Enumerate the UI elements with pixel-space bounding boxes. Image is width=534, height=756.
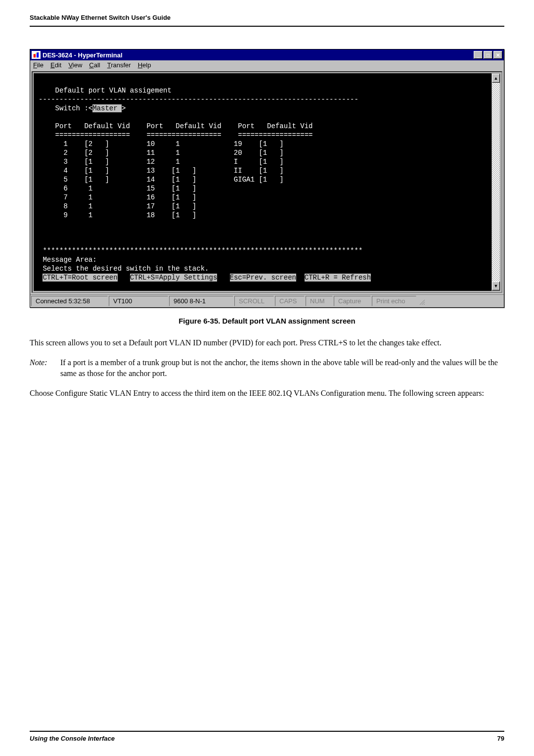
svg-rect-0: [34, 54, 36, 57]
status-print: Print echo: [372, 296, 416, 306]
minimize-button[interactable]: _: [474, 51, 483, 59]
note-text: If a port is a member of a trunk group b…: [60, 357, 504, 379]
status-connected: Connected 5:32:58: [31, 296, 108, 306]
status-capture: Capture: [334, 296, 371, 306]
page-number: 79: [497, 735, 504, 742]
paragraph-2: Choose Configure Static VLAN Entry to ac…: [30, 388, 504, 399]
menu-call[interactable]: Call: [89, 61, 100, 69]
window-title: DES-3624 - HyperTerminal: [43, 51, 474, 59]
status-emulation: VT100: [109, 296, 168, 306]
scroll-up-button[interactable]: ▲: [492, 74, 500, 83]
svg-line-4: [424, 304, 425, 305]
status-num: NUM: [306, 296, 333, 306]
status-settings: 9600 8-N-1: [169, 296, 233, 306]
app-icon: [32, 51, 41, 59]
menu-help[interactable]: Help: [138, 61, 151, 69]
maximize-button[interactable]: □: [484, 51, 492, 59]
menu-file[interactable]: File: [33, 61, 44, 69]
menubar: File Edit View Call Transfer Help: [30, 60, 504, 70]
header-rule: [30, 26, 504, 27]
scroll-down-button[interactable]: ▼: [492, 282, 500, 290]
menu-transfer[interactable]: Transfer: [107, 61, 131, 69]
page-header: Stackable NWay Ethernet Switch User's Gu…: [30, 14, 504, 24]
window-titlebar: DES-3624 - HyperTerminal _ □ ✕: [30, 49, 504, 60]
terminal-output[interactable]: Default port VLAN assigement -----------…: [34, 73, 491, 291]
menu-view[interactable]: View: [68, 61, 82, 69]
note-row: Note: If a port is a member of a trunk g…: [30, 357, 504, 379]
page-footer: Using the Console Interface 79: [30, 731, 504, 742]
statusbar: Connected 5:32:58 VT100 9600 8-N-1 SCROL…: [30, 294, 504, 307]
hyperterminal-window: DES-3624 - HyperTerminal _ □ ✕ File Edit…: [30, 49, 504, 308]
status-scroll: SCROLL: [234, 296, 274, 306]
vertical-scrollbar[interactable]: ▲ ▼: [491, 73, 500, 291]
paragraph-1: This screen allows you to set a Default …: [30, 337, 504, 348]
status-caps: CAPS: [275, 296, 305, 306]
figure-caption: Figure 6-35. Default port VLAN assignmen…: [30, 317, 504, 325]
scroll-track[interactable]: [492, 83, 500, 282]
menu-edit[interactable]: Edit: [50, 61, 61, 69]
footer-left: Using the Console Interface: [30, 735, 115, 742]
note-label: Note:: [30, 357, 60, 379]
resize-grip[interactable]: [417, 296, 426, 306]
close-button[interactable]: ✕: [493, 51, 502, 59]
